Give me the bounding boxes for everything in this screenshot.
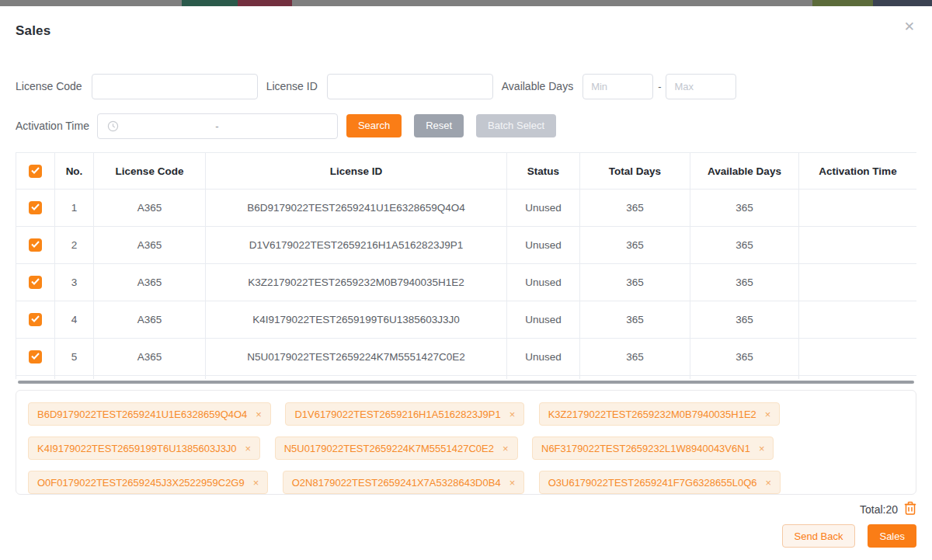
background-segment xyxy=(182,0,238,6)
tag-label: K3Z2179022TEST2659232M0B7940035H1E2 xyxy=(548,409,756,420)
remove-tag-icon[interactable]: × xyxy=(256,409,262,420)
license-code-label: License Code xyxy=(16,80,82,92)
tag-label: O0F0179022TEST2659245J3X2522959C2G9 xyxy=(37,477,245,489)
cell-status: Unused xyxy=(507,301,580,339)
license-code-input[interactable] xyxy=(92,74,258,99)
cell-activation-time xyxy=(799,227,917,264)
row-select-cell xyxy=(16,190,55,227)
table-row: 2 A365 D1V6179022TEST2659216H1A5162823J9… xyxy=(16,227,917,264)
page-title: Sales xyxy=(16,23,916,39)
cell-status: Unused xyxy=(507,227,580,264)
cell-available-days: 365 xyxy=(690,264,799,301)
table-row: 3 A365 K3Z2179022TEST2659232M0B7940035H1… xyxy=(16,264,917,301)
select-all-checkbox-checked[interactable] xyxy=(29,165,42,178)
cell-license-id: B6D9179022TEST2659241U1E6328659Q4O4 xyxy=(206,190,507,227)
table-row: 5 A365 N5U0179022TEST2659224K7M5551427C0… xyxy=(16,339,917,376)
cell-license-code: A365 xyxy=(94,301,206,339)
remove-tag-icon[interactable]: × xyxy=(759,443,765,454)
check-icon xyxy=(31,315,40,322)
cell-available-days: 365 xyxy=(690,227,799,264)
cell-no: 4 xyxy=(55,301,94,339)
check-icon xyxy=(31,353,40,360)
available-days-label: Available Days xyxy=(502,80,573,92)
min-max-separator: - xyxy=(658,81,661,92)
filter-row-2: Activation Time - Search Reset Batch Sel… xyxy=(16,113,916,139)
selected-licenses-box: B6D9179022TEST2659241U1E6328659Q4O4× D1V… xyxy=(16,390,916,495)
tag-label: B6D9179022TEST2659241U1E6328659Q4O4 xyxy=(37,409,247,420)
cell-activation-time xyxy=(799,301,917,339)
cell-available-days: 365 xyxy=(690,339,799,376)
horizontal-scrollbar[interactable] xyxy=(18,381,914,384)
selected-license-tag: K4I9179022TEST2659199T6U1385603J3J0× xyxy=(28,437,260,460)
cell-no: 1 xyxy=(55,190,94,227)
col-header-no: No. xyxy=(55,153,94,190)
cell-status: Unused xyxy=(507,339,580,376)
available-days-min-input[interactable] xyxy=(582,74,653,99)
row-checkbox-checked[interactable] xyxy=(29,313,42,326)
filter-form: License Code License ID Available Days -… xyxy=(16,73,916,139)
cell-status: Unused xyxy=(507,190,580,227)
send-back-button[interactable]: Send Back xyxy=(782,524,856,548)
license-table-wrap: No. License Code License ID Status Total… xyxy=(16,152,916,379)
remove-tag-icon[interactable]: × xyxy=(765,409,771,420)
cell-license-id: D1V6179022TEST2659216H1A5162823J9P1 xyxy=(206,227,507,264)
selected-license-tag: B6D9179022TEST2659241U1E6328659Q4O4× xyxy=(28,402,271,426)
row-checkbox-checked[interactable] xyxy=(29,276,42,289)
search-button[interactable]: Search xyxy=(346,114,402,137)
cell-license-code: A365 xyxy=(94,190,206,227)
col-header-available-days: Available Days xyxy=(690,153,799,190)
row-checkbox-checked[interactable] xyxy=(29,238,42,252)
cell-activation-time xyxy=(799,190,917,227)
tag-label: D1V6179022TEST2659216H1A5162823J9P1 xyxy=(294,409,500,420)
row-checkbox-checked[interactable] xyxy=(29,350,42,363)
table-row: 1 A365 B6D9179022TEST2659241U1E6328659Q4… xyxy=(16,190,917,227)
tag-label: N6F3179022TEST2659232L1W8940043V6N1 xyxy=(541,443,750,454)
cell-available-days: 365 xyxy=(690,190,799,227)
filter-row-1: License Code License ID Available Days - xyxy=(16,73,916,99)
selected-license-tag: K3Z2179022TEST2659232M0B7940035H1E2× xyxy=(539,402,781,426)
remove-tag-icon[interactable]: × xyxy=(503,443,509,454)
check-icon xyxy=(31,278,40,285)
selected-license-tag: O0F0179022TEST2659245J3X2522959C2G9× xyxy=(28,471,268,494)
row-checkbox-checked[interactable] xyxy=(29,201,42,214)
tag-label: N5U0179022TEST2659224K7M5551427C0E2 xyxy=(284,443,494,454)
sales-button[interactable]: Sales xyxy=(868,524,916,548)
trash-icon[interactable] xyxy=(904,501,916,517)
col-header-total-days: Total Days xyxy=(580,153,690,190)
license-id-input[interactable] xyxy=(327,74,493,99)
cell-total-days: 365 xyxy=(580,301,690,339)
background-segment xyxy=(812,0,873,6)
background-segment xyxy=(873,0,932,6)
table-row: 4 A365 K4I9179022TEST2659199T6U1385603J3… xyxy=(16,301,917,339)
batch-select-button[interactable]: Batch Select xyxy=(476,114,556,137)
remove-tag-icon[interactable]: × xyxy=(509,477,516,489)
col-header-activation-time: Activation Time xyxy=(799,153,917,190)
sales-modal: Sales ✕ License Code License ID Availabl… xyxy=(0,6,932,560)
clock-icon xyxy=(107,120,119,132)
remove-tag-icon[interactable]: × xyxy=(245,443,252,454)
remove-tag-icon[interactable]: × xyxy=(509,409,516,420)
license-id-label: License ID xyxy=(266,80,318,92)
activation-time-range-input[interactable]: - xyxy=(97,113,338,139)
remove-tag-icon[interactable]: × xyxy=(766,477,772,489)
selected-license-tag: N5U0179022TEST2659224K7M5551427C0E2× xyxy=(275,437,518,460)
cell-license-id: N5U0179022TEST2659224K7M5551427C0E2 xyxy=(206,339,507,376)
cell-license-id: K4I9179022TEST2659199T6U1385603J3J0 xyxy=(206,301,507,339)
reset-button[interactable]: Reset xyxy=(414,114,464,137)
col-header-license-id: License ID xyxy=(206,153,507,190)
remove-tag-icon[interactable]: × xyxy=(253,477,259,489)
close-icon[interactable]: ✕ xyxy=(904,20,915,33)
cell-license-code: A365 xyxy=(94,227,206,264)
cell-license-id: K3Z2179022TEST2659232M0B7940035H1E2 xyxy=(206,264,507,301)
cell-status: Unused xyxy=(507,264,580,301)
footer-actions: Send Back Sales xyxy=(16,524,916,548)
check-icon xyxy=(31,167,40,174)
cell-no: 2 xyxy=(55,227,94,264)
cell-available-days: 365 xyxy=(690,301,799,339)
selected-license-tag: N6F3179022TEST2659232L1W8940043V6N1× xyxy=(532,437,774,460)
background-segment xyxy=(238,0,292,6)
activation-time-label: Activation Time xyxy=(16,120,89,132)
available-days-max-input[interactable] xyxy=(666,74,736,99)
row-select-cell xyxy=(16,301,55,339)
cell-activation-time xyxy=(799,339,917,376)
